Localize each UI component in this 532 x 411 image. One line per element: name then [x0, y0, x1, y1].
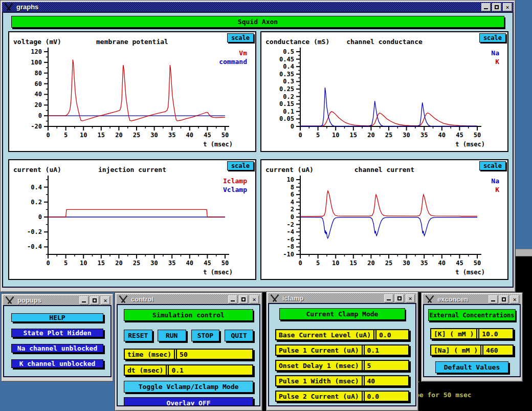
svg-text:15: 15 [350, 259, 357, 267]
svg-text:0.15: 0.15 [279, 100, 294, 107]
field-value[interactable]: 0.0 [376, 330, 408, 339]
close-button[interactable]: ✕ [250, 295, 259, 304]
close-button[interactable]: ✕ [406, 294, 415, 302]
state-plot-button[interactable]: State Plot Hidden [11, 329, 103, 337]
svg-text:30: 30 [403, 132, 410, 139]
svg-text:-0.4: -0.4 [27, 243, 42, 250]
partial-field [275, 406, 409, 406]
maximize-button[interactable] [492, 3, 501, 11]
field-value[interactable]: 40 [365, 376, 408, 385]
svg-text:45: 45 [456, 132, 463, 139]
field-label: Pulse 2 Current (uA) [276, 392, 362, 401]
minimize-button[interactable] [79, 296, 88, 305]
svg-text:15: 15 [98, 259, 105, 267]
default-values-button[interactable]: Default Values [435, 361, 508, 373]
field-value[interactable]: 0.1 [365, 345, 408, 355]
field-label: Pulse 1 Current (uA) [276, 345, 362, 355]
svg-text:120: 120 [31, 48, 42, 55]
window-title: iclamp [282, 294, 303, 302]
x11-logo-icon [5, 296, 15, 304]
field-value[interactable]: 10.0 [479, 329, 513, 338]
scale-button[interactable]: scale [479, 161, 506, 170]
svg-text:40: 40 [186, 259, 193, 267]
plot-area: -2002040608010012005101520253035404550 [11, 46, 252, 150]
minimize-button[interactable] [481, 3, 491, 11]
stop-button[interactable]: STOP [191, 330, 220, 341]
maximize-button[interactable] [395, 294, 404, 302]
svg-text:25: 25 [385, 132, 392, 139]
graph-title: channel conductance [292, 38, 477, 46]
window-title: popups [17, 296, 41, 304]
quit-button[interactable]: QUIT [225, 330, 253, 341]
titlebar-exconcen[interactable]: exconcen ✕ [423, 294, 521, 304]
graph-title: injection current [40, 166, 225, 174]
svg-text:15: 15 [350, 132, 357, 139]
x11-logo-icon [270, 294, 280, 302]
graph-title: channel current [292, 166, 477, 174]
na-concentration-field: [Na] ( mM ) 460 [430, 344, 514, 356]
close-button[interactable]: ✕ [503, 3, 512, 11]
svg-text:4: 4 [291, 199, 294, 206]
field-value[interactable]: 0.0 [365, 392, 408, 401]
field-label: Pulse 1 Width (msec) [276, 376, 362, 385]
current-clamp-banner: Current Clamp Mode [279, 308, 405, 320]
maximize-button[interactable] [499, 295, 508, 304]
maximize-button[interactable] [90, 296, 99, 305]
svg-text:20: 20 [115, 132, 122, 139]
minimize-button[interactable] [228, 295, 237, 304]
dt-field-value[interactable]: 0.1 [169, 365, 252, 375]
graphs-client: Squid Axon voltage (mV) membrane potenti… [2, 12, 514, 288]
svg-text:-20: -20 [31, 123, 42, 130]
plot-area: -10-8-6-4-2024681005101520253035404550 [263, 174, 504, 278]
titlebar-iclamp[interactable]: iclamp ✕ [268, 293, 416, 303]
titlebar-control[interactable]: control ✕ [117, 294, 260, 304]
minimize-button[interactable] [384, 294, 393, 302]
scale-button[interactable]: scale [479, 33, 506, 42]
svg-text:0: 0 [298, 132, 302, 139]
window-title: graphs [16, 3, 38, 11]
scale-button[interactable]: scale [227, 33, 254, 42]
toggle-clamp-mode-button[interactable]: Toggle Vclamp/Iclamp Mode [124, 381, 253, 393]
titlebar-popups[interactable]: popups ✕ [3, 295, 112, 305]
x-axis-label: t (msec) [455, 141, 485, 148]
svg-text:5: 5 [64, 259, 68, 267]
overlay-button[interactable]: Overlay OFF [124, 397, 253, 406]
titlebar-graphs[interactable]: graphs ✕ [2, 2, 514, 12]
svg-text:0.4: 0.4 [31, 184, 42, 191]
squid-axon-banner: Squid Axon [11, 16, 504, 28]
field-label: [Na] ( mM ) [431, 345, 480, 355]
svg-text:-6: -6 [287, 236, 294, 243]
svg-text:50: 50 [221, 259, 229, 267]
minimize-button[interactable] [489, 295, 498, 304]
svg-text:45: 45 [204, 259, 211, 267]
x11-logo-icon [118, 295, 128, 303]
time-field-value[interactable]: 50 [177, 350, 252, 359]
close-button[interactable]: ✕ [101, 296, 110, 305]
svg-text:0.05: 0.05 [279, 115, 294, 122]
svg-text:20: 20 [35, 101, 42, 109]
svg-text:5: 5 [316, 132, 320, 139]
xterm-grip[interactable] [515, 249, 532, 256]
maximize-button[interactable] [239, 295, 248, 304]
svg-text:0: 0 [38, 213, 42, 221]
svg-text:50: 50 [474, 132, 481, 139]
graph-channel-current: current (uA) channel current scale Na K … [260, 159, 508, 280]
graph-injection-current: current (uA) injection current scale Icl… [8, 159, 256, 280]
window-popups: popups ✕ HELP State Plot Hidden Na chann… [1, 293, 114, 382]
scale-button[interactable]: scale [227, 161, 254, 170]
help-button[interactable]: HELP [11, 313, 103, 322]
field-label: Onset Delay 1 (msec) [276, 361, 362, 370]
terminal-text: be for 50 msec [415, 391, 472, 399]
field-value[interactable]: 460 [483, 345, 513, 355]
simulation-control-banner: Simulation control [124, 309, 253, 321]
run-button[interactable]: RUN [158, 330, 186, 341]
close-button[interactable]: ✕ [510, 295, 519, 304]
onset-delay1-field: Onset Delay 1 (msec) 5 [275, 360, 409, 371]
reset-button[interactable]: RESET [124, 330, 152, 341]
pulse2-current-field: Pulse 2 Current (uA) 0.0 [275, 391, 409, 402]
field-value[interactable]: 5 [365, 361, 408, 370]
graph-channel-conductance: conductance (mS) channel conductance sca… [260, 31, 508, 152]
na-channel-block-button[interactable]: Na channel unblocked [11, 344, 103, 353]
k-channel-block-button[interactable]: K channel unblocked [11, 359, 103, 368]
time-field: time (msec) 50 [124, 349, 253, 360]
